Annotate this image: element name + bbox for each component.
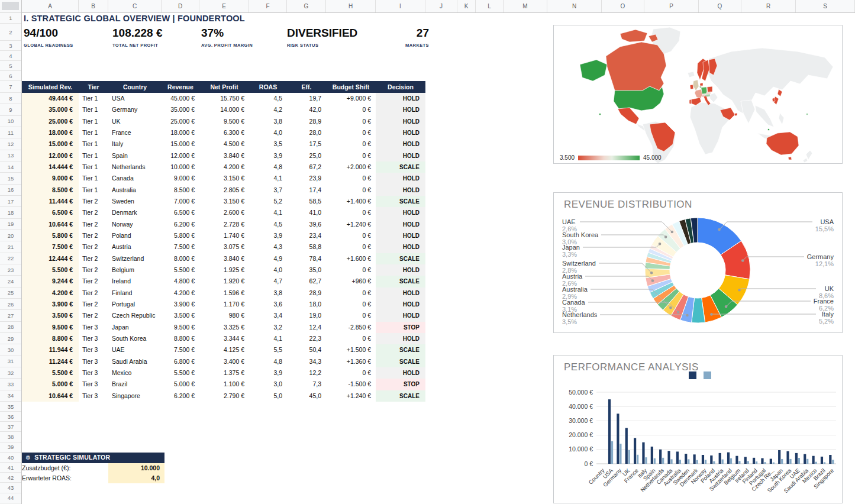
cell[interactable]: 0 € — [326, 127, 376, 138]
cell[interactable]: HOLD — [376, 185, 425, 196]
cell[interactable]: 6.200 € — [162, 219, 199, 230]
cell[interactable]: 17,4 — [287, 185, 326, 196]
cell-country[interactable]: Mexico — [108, 367, 162, 379]
cell[interactable]: 3,8 — [249, 116, 287, 127]
cell[interactable]: 5.800 € — [22, 230, 79, 241]
table-header-eff-[interactable]: Eff. — [287, 81, 326, 93]
row-header-10[interactable]: 10 — [0, 116, 21, 127]
cell[interactable]: 3.150 € — [199, 173, 249, 184]
cell[interactable]: 1.925 € — [199, 264, 249, 276]
cell[interactable]: 3,0 — [249, 379, 287, 390]
row-header-22[interactable]: 22 — [0, 253, 21, 264]
cell[interactable]: 4.500 € — [199, 138, 249, 150]
cell[interactable]: 1.100 € — [199, 379, 249, 390]
cell-country[interactable]: Saudi Arabia — [108, 356, 162, 367]
cell[interactable]: STOP — [376, 379, 425, 390]
row-header-28[interactable]: 28 — [0, 322, 21, 333]
cell[interactable]: -1.500 € — [326, 379, 376, 390]
row-header-35[interactable]: 35 — [0, 402, 21, 412]
cell[interactable]: 50,4 — [287, 344, 326, 356]
column-header-H[interactable]: H — [326, 0, 376, 12]
cell-country[interactable]: Portugal — [108, 299, 162, 310]
cell[interactable]: 1.740 € — [199, 230, 249, 241]
cell[interactable]: 3.840 € — [199, 253, 249, 264]
cell[interactable]: 4,0 — [249, 264, 287, 276]
cell[interactable]: 2.728 € — [199, 219, 249, 230]
cell[interactable]: 9.500 € — [162, 322, 199, 333]
cell[interactable]: 3.900 € — [162, 299, 199, 310]
column-header-I[interactable]: I — [376, 0, 425, 12]
cell[interactable]: 35.000 € — [22, 104, 79, 115]
cell[interactable]: 12.000 € — [22, 150, 79, 161]
cell[interactable]: 7.500 € — [22, 241, 79, 253]
cell[interactable]: +9.000 € — [326, 93, 376, 104]
row-header-7[interactable]: 7 — [0, 81, 21, 93]
cell[interactable]: 0 € — [326, 207, 376, 218]
cell[interactable]: HOLD — [376, 310, 425, 321]
row-header-19[interactable]: 19 — [0, 219, 21, 230]
table-header-decision[interactable]: Decision — [376, 81, 425, 93]
cell[interactable]: 10.644 € — [22, 219, 79, 230]
cell[interactable]: HOLD — [376, 219, 425, 230]
cell[interactable]: Tier 2 — [79, 253, 108, 264]
row-header-44[interactable]: 44 — [0, 493, 21, 503]
cell[interactable]: 12.000 € — [162, 150, 199, 161]
cell[interactable]: 11.244 € — [22, 356, 79, 367]
cell[interactable]: 49.444 € — [22, 93, 79, 104]
cell[interactable]: 15.000 € — [162, 138, 199, 150]
row-header-39[interactable]: 39 — [0, 442, 21, 453]
cell[interactable]: HOLD — [376, 93, 425, 104]
cell-country[interactable]: Canada — [108, 173, 162, 184]
cell[interactable]: 0 € — [326, 230, 376, 241]
cell[interactable]: Tier 1 — [79, 116, 108, 127]
cell-country[interactable]: Germany — [108, 104, 162, 115]
cell[interactable]: 4,0 — [249, 127, 287, 138]
row-header-16[interactable]: 16 — [0, 185, 21, 196]
cell[interactable]: 4.125 € — [199, 344, 249, 356]
cell[interactable]: Tier 1 — [79, 173, 108, 184]
simulator-roas-input[interactable]: 4,0 — [108, 473, 164, 483]
cell[interactable]: 3.500 € — [162, 310, 199, 321]
cell[interactable]: 0 € — [326, 264, 376, 276]
row-header-8[interactable]: 8 — [0, 93, 21, 104]
cell[interactable]: 0 € — [326, 367, 376, 379]
select-all-corner[interactable] — [0, 0, 22, 12]
cell[interactable]: 17,5 — [287, 138, 326, 150]
cell[interactable]: Tier 1 — [79, 138, 108, 150]
column-header-Q[interactable]: Q — [699, 0, 741, 12]
cell[interactable]: Tier 2 — [79, 310, 108, 321]
cell[interactable]: 18,0 — [287, 299, 326, 310]
column-header-G[interactable]: G — [287, 0, 326, 12]
cell[interactable]: Tier 2 — [79, 230, 108, 241]
table-header-net-profit[interactable]: Net Profit — [199, 81, 249, 93]
cell[interactable]: SCALE — [376, 356, 425, 367]
row-header-12[interactable]: 12 — [0, 138, 21, 150]
cell[interactable]: Tier 2 — [79, 299, 108, 310]
cell[interactable]: 3,7 — [249, 185, 287, 196]
row-header-34[interactable]: 34 — [0, 390, 21, 402]
column-header-N[interactable]: N — [547, 0, 602, 12]
cell-country[interactable]: Austria — [108, 241, 162, 253]
cell[interactable]: 1.170 € — [199, 299, 249, 310]
cell[interactable]: 0 € — [326, 333, 376, 344]
row-header-4[interactable]: 4 — [0, 51, 21, 61]
row-header-33[interactable]: 33 — [0, 379, 21, 390]
cell[interactable]: 4,7 — [249, 276, 287, 287]
cell[interactable]: HOLD — [376, 173, 425, 184]
cell-country[interactable]: Finland — [108, 287, 162, 299]
cell[interactable]: 14.000 € — [199, 104, 249, 115]
cell[interactable]: 6.800 € — [162, 356, 199, 367]
cell[interactable]: SCALE — [376, 161, 425, 173]
cell[interactable]: 4,1 — [249, 207, 287, 218]
cell[interactable]: Tier 2 — [79, 264, 108, 276]
table-header-simulated-rev-[interactable]: Simulated Rev. — [22, 81, 79, 93]
cell[interactable]: 18.000 € — [22, 127, 79, 138]
cell-country[interactable]: Brazil — [108, 379, 162, 390]
cell[interactable]: 5,5 — [249, 344, 287, 356]
cell[interactable]: Tier 1 — [79, 104, 108, 115]
cell[interactable]: 9.000 € — [162, 173, 199, 184]
cell[interactable]: 0 € — [326, 173, 376, 184]
cell[interactable]: 3.325 € — [199, 322, 249, 333]
cell[interactable]: 4,3 — [249, 241, 287, 253]
cell[interactable]: 12,2 — [287, 367, 326, 379]
